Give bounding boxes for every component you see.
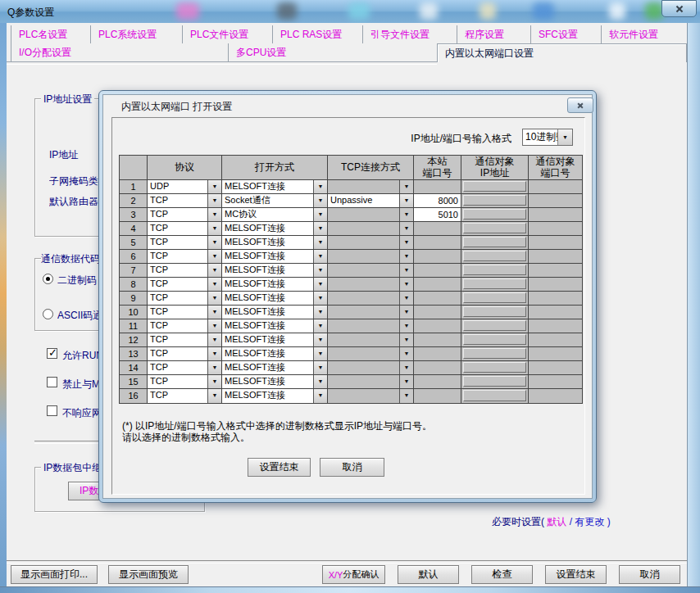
tab-软元件设置[interactable]: 软元件设置 bbox=[601, 25, 687, 43]
check-button[interactable]: 检查 bbox=[471, 565, 533, 584]
changed-link[interactable]: 有更改 bbox=[575, 516, 604, 527]
ascii-code-radio[interactable] bbox=[43, 309, 53, 319]
local-port-field bbox=[414, 389, 461, 403]
target-ip-cell bbox=[461, 319, 529, 333]
dialog-cancel-button[interactable]: 取消 bbox=[320, 458, 384, 477]
chevron-down-icon: ▼ bbox=[313, 222, 327, 235]
open-method-select[interactable]: MELSOFT连接▼ bbox=[222, 361, 327, 374]
chevron-down-icon: ▼ bbox=[207, 333, 221, 346]
input-format-select[interactable]: 10进制数 ▼ bbox=[522, 129, 573, 146]
column-header: 打开方式 bbox=[222, 156, 328, 180]
protocol-select[interactable]: TCP▼ bbox=[148, 208, 221, 221]
protocol-select[interactable]: TCP▼ bbox=[148, 194, 221, 207]
dialog-setting-end-button[interactable]: 设置结束 bbox=[248, 458, 311, 477]
allow-run-write-checkbox[interactable] bbox=[47, 348, 57, 359]
disable-melsoft-checkbox[interactable] bbox=[47, 377, 57, 387]
tcp-connection-select: ▼ bbox=[328, 375, 413, 388]
target-ip-cell bbox=[461, 292, 529, 306]
protocol-select[interactable]: TCP▼ bbox=[148, 306, 221, 319]
no-network-response-checkbox[interactable] bbox=[47, 405, 57, 416]
binary-code-label: 二进制码 bbox=[57, 274, 100, 287]
open-method-select[interactable]: MELSOFT连接▼ bbox=[222, 292, 327, 305]
window-frame-left bbox=[0, 23, 7, 586]
protocol-select[interactable]: TCP▼ bbox=[148, 222, 221, 235]
tcp-connection-select-value bbox=[328, 180, 399, 193]
protocol-select[interactable]: TCP▼ bbox=[148, 264, 221, 277]
tcp-connection-select: ▼ bbox=[328, 333, 413, 346]
tab-I/O分配设置[interactable]: I/O分配设置 bbox=[11, 43, 228, 61]
tab-PLC文件设置[interactable]: PLC文件设置 bbox=[182, 25, 272, 43]
target-ip-button bbox=[463, 348, 526, 359]
tab-PLC RAS设置[interactable]: PLC RAS设置 bbox=[272, 25, 362, 43]
column-header: 协议 bbox=[148, 156, 222, 180]
target-ip-button bbox=[463, 278, 526, 289]
protocol-select[interactable]: TCP▼ bbox=[148, 250, 221, 263]
print-screen-button[interactable]: 显示画面打印... bbox=[11, 565, 98, 584]
protocol-select[interactable]: TCP▼ bbox=[148, 375, 221, 388]
binary-code-radio[interactable] bbox=[43, 274, 53, 284]
open-method-select[interactable]: MELSOFT连接▼ bbox=[222, 319, 327, 333]
dialog-close-button[interactable] bbox=[567, 97, 593, 113]
open-method-select[interactable]: MELSOFT连接▼ bbox=[222, 180, 327, 193]
open-method-select[interactable]: MELSOFT连接▼ bbox=[222, 264, 327, 277]
open-method-select[interactable]: MELSOFT连接▼ bbox=[222, 375, 327, 388]
open-method-select[interactable]: MELSOFT连接▼ bbox=[222, 347, 327, 360]
protocol-select[interactable]: TCP▼ bbox=[148, 389, 221, 403]
tab-程序设置[interactable]: 程序设置 bbox=[457, 25, 530, 43]
chevron-down-icon: ▼ bbox=[399, 180, 413, 193]
window-frame-right bbox=[687, 23, 700, 586]
target-port-cell bbox=[529, 250, 582, 264]
tab-PLC系统设置[interactable]: PLC系统设置 bbox=[90, 25, 182, 43]
protocol-select[interactable]: TCP▼ bbox=[148, 333, 221, 346]
protocol-select[interactable]: TCP▼ bbox=[148, 278, 221, 291]
protocol-select[interactable]: TCP▼ bbox=[148, 347, 221, 360]
local-port-field[interactable]: 5010 bbox=[414, 208, 461, 222]
open-method-select[interactable]: MELSOFT连接▼ bbox=[222, 236, 327, 249]
default-button[interactable]: 默认 bbox=[398, 565, 459, 584]
open-method-select-value: MELSOFT连接 bbox=[222, 236, 313, 249]
target-ip-button bbox=[463, 390, 526, 401]
chevron-down-icon: ▼ bbox=[399, 319, 413, 333]
tab-内置以太网端口设置[interactable]: 内置以太网端口设置 bbox=[437, 43, 687, 62]
open-method-select[interactable]: MELSOFT连接▼ bbox=[222, 222, 327, 235]
table-row: 16TCP▼MELSOFT连接▼▼ bbox=[120, 389, 582, 403]
chevron-down-icon: ▼ bbox=[399, 278, 413, 291]
xy-assignment-check-button[interactable]: X/Y分配确认 bbox=[322, 565, 385, 584]
protocol-select[interactable]: TCP▼ bbox=[148, 236, 221, 249]
cancel-button[interactable]: 取消 bbox=[619, 565, 680, 584]
preview-screen-button[interactable]: 显示画面预览 bbox=[108, 565, 189, 584]
open-method-select[interactable]: MELSOFT连接▼ bbox=[222, 389, 327, 403]
tcp-connection-select[interactable]: Unpassive▼ bbox=[328, 194, 413, 207]
blurred-desktop-icon bbox=[609, 2, 625, 20]
row-number: 3 bbox=[120, 208, 148, 222]
chevron-down-icon: ▼ bbox=[399, 333, 413, 346]
target-ip-cell bbox=[461, 333, 529, 347]
open-method-select[interactable]: MELSOFT连接▼ bbox=[222, 333, 327, 346]
target-port-cell bbox=[529, 375, 582, 389]
protocol-select[interactable]: TCP▼ bbox=[148, 319, 221, 333]
tab-引导文件设置[interactable]: 引导文件设置 bbox=[362, 25, 457, 43]
open-method-select-value: Socket通信 bbox=[222, 194, 313, 207]
setting-end-button[interactable]: 设置结束 bbox=[545, 565, 607, 584]
column-header: 本站端口号 bbox=[414, 156, 461, 180]
protocol-select[interactable]: TCP▼ bbox=[148, 361, 221, 374]
row-number: 6 bbox=[120, 250, 148, 264]
local-port-field[interactable]: 8000 bbox=[414, 194, 461, 208]
default-link[interactable]: 默认 bbox=[547, 516, 566, 527]
tab-PLC名设置[interactable]: PLC名设置 bbox=[11, 25, 90, 43]
dialog-body: 内置以太网端口 打开设置 IP地址/端口号输入格式 10进制数 ▼ 协议打开方式… bbox=[102, 94, 593, 499]
open-method-select[interactable]: MELSOFT连接▼ bbox=[222, 306, 327, 319]
tab-SFC设置[interactable]: SFC设置 bbox=[530, 25, 601, 43]
tcp-connection-select-value bbox=[328, 250, 399, 263]
open-method-select[interactable]: Socket通信▼ bbox=[222, 194, 327, 207]
window-close-button[interactable] bbox=[661, 0, 697, 17]
chevron-down-icon: ▼ bbox=[207, 292, 221, 305]
protocol-select[interactable]: TCP▼ bbox=[148, 292, 221, 305]
open-method-select[interactable]: MELSOFT连接▼ bbox=[222, 278, 327, 291]
tab-多CPU设置[interactable]: 多CPU设置 bbox=[228, 43, 437, 61]
open-method-select[interactable]: MC协议▼ bbox=[222, 208, 327, 221]
tcp-connection-select-value bbox=[328, 236, 399, 249]
protocol-select[interactable]: UDP▼ bbox=[148, 180, 221, 193]
tcp-connection-select: ▼ bbox=[328, 208, 413, 221]
open-method-select[interactable]: MELSOFT连接▼ bbox=[222, 250, 327, 263]
